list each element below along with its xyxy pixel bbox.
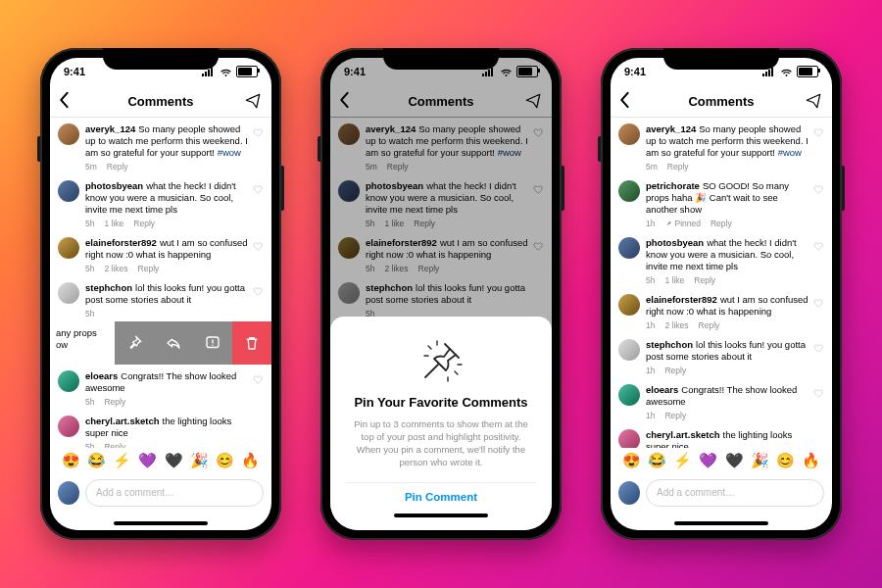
like-icon[interactable] [813,241,824,252]
avatar[interactable] [618,429,640,448]
emoji-option[interactable]: 😍 [622,452,641,469]
emoji-option[interactable]: ⚡ [113,452,131,469]
comment-row[interactable]: averyk_124So many people showed up to wa… [50,118,271,174]
like-icon[interactable] [813,343,824,354]
report-action[interactable] [193,321,232,365]
reply-button[interactable]: Reply [699,319,720,331]
username[interactable]: elaineforster892 [646,294,717,305]
comment-row[interactable]: eloearsCongrats!! The show looked awesom… [50,365,271,410]
reply-button[interactable]: Reply [667,161,689,172]
reply-button[interactable]: Reply [664,410,686,421]
avatar[interactable] [58,180,79,202]
like-icon[interactable] [253,127,264,138]
share-icon[interactable] [805,92,822,110]
reply-button[interactable]: Reply [133,218,155,229]
comment-row[interactable]: elaineforster892wut I am so confused rig… [611,288,832,333]
reply-action[interactable] [154,321,193,365]
avatar[interactable] [618,180,640,202]
emoji-option[interactable]: 🖤 [725,452,744,469]
username[interactable]: cheryl.art.sketch [85,416,160,426]
comment-row-swiped[interactable]: any props ow [50,321,271,365]
screen-3: 9:41 Comments averyk_124So many people s… [611,58,832,530]
reply-button[interactable]: Reply [694,274,715,286]
back-button[interactable] [618,91,638,111]
back-button[interactable] [58,91,77,111]
username[interactable]: eloears [646,384,678,395]
username[interactable]: eloears [85,370,118,381]
emoji-option[interactable]: 💜 [138,452,157,469]
comment-row[interactable]: stephchonlol this looks fun! you gotta p… [50,276,271,321]
username[interactable]: photosbyean [646,237,704,248]
comment-row[interactable]: elaineforster892wut I am so confused rig… [50,231,271,276]
comment-row[interactable]: cheryl.art.sketchthe lighting looks supe… [611,423,832,448]
comments-feed[interactable]: averyk_124So many people showed up to wa… [50,118,271,448]
avatar[interactable] [58,123,79,145]
username[interactable]: stephchon [646,339,693,350]
my-avatar[interactable] [58,481,79,505]
delete-action[interactable] [232,321,271,365]
pin-action[interactable] [115,321,154,365]
comment-row[interactable]: photosbyeanwhat the heck! I didn't know … [611,231,832,288]
home-indicator[interactable] [346,509,536,522]
comment-row[interactable]: averyk_124So many people showed up to wa… [611,118,832,174]
emoji-option[interactable]: 😂 [648,452,666,469]
reply-button[interactable]: Reply [104,441,125,448]
home-indicator[interactable] [50,516,271,530]
avatar[interactable] [618,384,640,406]
home-indicator[interactable] [611,516,832,530]
like-icon[interactable] [253,184,264,195]
comment-row[interactable]: stephchonlol this looks fun! you gotta p… [611,333,832,378]
username[interactable]: averyk_124 [646,123,696,134]
username[interactable]: photosbyean [85,180,143,191]
like-icon[interactable] [253,241,264,252]
username[interactable]: elaineforster892 [85,237,157,248]
emoji-option[interactable]: 😍 [62,452,80,469]
avatar[interactable] [618,294,640,316]
avatar[interactable] [618,123,640,145]
reply-button[interactable]: Reply [664,365,686,376]
avatar[interactable] [58,416,79,437]
emoji-option[interactable]: 🔥 [802,452,820,469]
hashtag[interactable]: #wow [778,147,802,158]
like-icon[interactable] [813,184,824,195]
username[interactable]: averyk_124 [85,123,135,134]
username[interactable]: cheryl.art.sketch [646,429,720,440]
comment-row[interactable]: photosbyeanwhat the heck! I didn't know … [50,174,271,231]
emoji-option[interactable]: 🔥 [241,452,260,469]
my-avatar[interactable] [618,481,640,505]
emoji-option[interactable]: 🖤 [165,452,183,469]
like-icon[interactable] [813,388,824,399]
comment-row[interactable]: eloearsCongrats!! The show looked awesom… [611,378,832,423]
avatar[interactable] [58,282,79,304]
emoji-option[interactable]: 😂 [87,452,106,469]
battery-icon [797,66,818,77]
avatar[interactable] [58,370,79,392]
pin-comment-button[interactable]: Pin Comment [346,482,536,509]
emoji-option[interactable]: 💜 [699,452,717,469]
like-icon[interactable] [253,374,264,385]
emoji-option[interactable]: 🎉 [190,452,209,469]
like-icon[interactable] [253,286,264,297]
share-icon[interactable] [244,92,262,110]
reply-button[interactable]: Reply [710,218,732,229]
comment-input[interactable]: Add a comment… [646,479,824,507]
avatar[interactable] [58,237,79,259]
reply-button[interactable]: Reply [138,263,160,274]
comment-row[interactable]: cheryl.art.sketchthe lighting looks supe… [50,410,271,448]
hashtag[interactable]: #wow [218,147,241,158]
username[interactable]: petrichorate [646,180,700,191]
comments-feed[interactable]: averyk_124So many people showed up to wa… [611,118,832,448]
comment-row-pinned[interactable]: petrichorateSO GOOD! So many props haha … [611,174,832,231]
comment-input[interactable]: Add a comment… [85,479,264,507]
emoji-option[interactable]: 🎉 [751,452,769,469]
username[interactable]: stephchon [85,282,132,293]
reply-button[interactable]: Reply [107,161,128,172]
reply-button[interactable]: Reply [104,396,125,408]
emoji-option[interactable]: 😊 [776,452,795,469]
emoji-option[interactable]: ⚡ [673,452,692,469]
emoji-option[interactable]: 😊 [216,452,234,469]
like-icon[interactable] [813,298,824,309]
avatar[interactable] [618,237,640,259]
avatar[interactable] [618,339,640,361]
like-icon[interactable] [813,127,824,138]
